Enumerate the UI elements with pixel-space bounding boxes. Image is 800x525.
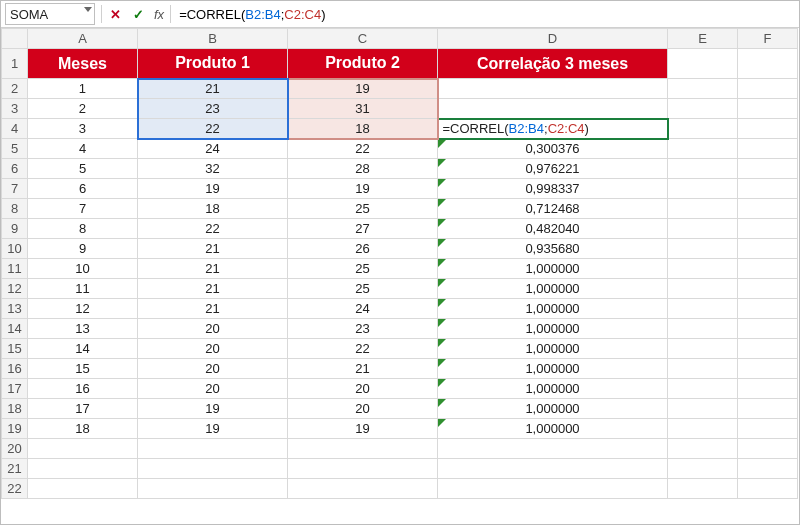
cell[interactable]: 21 bbox=[138, 79, 288, 99]
row-header[interactable]: 15 bbox=[2, 339, 28, 359]
cell[interactable] bbox=[668, 239, 738, 259]
cell[interactable]: 1,000000 bbox=[438, 259, 668, 279]
cell[interactable] bbox=[668, 319, 738, 339]
cell[interactable] bbox=[738, 299, 798, 319]
cell[interactable]: 8 bbox=[28, 219, 138, 239]
header-cell-D[interactable]: Correlação 3 meses bbox=[438, 49, 668, 79]
cell[interactable]: 0,712468 bbox=[438, 199, 668, 219]
cell[interactable] bbox=[288, 439, 438, 459]
cell[interactable] bbox=[738, 479, 798, 499]
row-header[interactable]: 6 bbox=[2, 159, 28, 179]
row-header[interactable]: 18 bbox=[2, 399, 28, 419]
row-header[interactable]: 16 bbox=[2, 359, 28, 379]
cell[interactable]: 4 bbox=[28, 139, 138, 159]
cell[interactable]: 0,482040 bbox=[438, 219, 668, 239]
cell[interactable] bbox=[668, 339, 738, 359]
cell[interactable]: 27 bbox=[288, 219, 438, 239]
cell[interactable]: 0,998337 bbox=[438, 179, 668, 199]
cell[interactable] bbox=[738, 399, 798, 419]
row-header[interactable]: 2 bbox=[2, 79, 28, 99]
row-header[interactable]: 19 bbox=[2, 419, 28, 439]
cell[interactable] bbox=[668, 139, 738, 159]
row-header[interactable]: 22 bbox=[2, 479, 28, 499]
row-header[interactable]: 14 bbox=[2, 319, 28, 339]
cell[interactable]: 20 bbox=[138, 359, 288, 379]
row-header[interactable]: 7 bbox=[2, 179, 28, 199]
cell[interactable]: 31 bbox=[288, 99, 438, 119]
cell[interactable] bbox=[738, 319, 798, 339]
cell[interactable] bbox=[738, 439, 798, 459]
cell[interactable] bbox=[438, 479, 668, 499]
col-header-B[interactable]: B bbox=[138, 29, 288, 49]
header-cell-C[interactable]: Produto 2 bbox=[288, 49, 438, 79]
cell[interactable] bbox=[738, 49, 798, 79]
col-header-F[interactable]: F bbox=[738, 29, 798, 49]
cell[interactable]: 20 bbox=[138, 319, 288, 339]
col-header-A[interactable]: A bbox=[28, 29, 138, 49]
cell[interactable] bbox=[668, 99, 738, 119]
cell[interactable]: 16 bbox=[28, 379, 138, 399]
cell[interactable]: 21 bbox=[138, 299, 288, 319]
cell[interactable]: 24 bbox=[288, 299, 438, 319]
cell[interactable] bbox=[288, 459, 438, 479]
cell[interactable]: 22 bbox=[288, 139, 438, 159]
cell[interactable]: 12 bbox=[28, 299, 138, 319]
row-header[interactable]: 8 bbox=[2, 199, 28, 219]
enter-icon[interactable]: ✓ bbox=[127, 7, 150, 22]
cell[interactable] bbox=[668, 359, 738, 379]
col-header-D[interactable]: D bbox=[438, 29, 668, 49]
chevron-down-icon[interactable] bbox=[84, 7, 92, 12]
cell[interactable]: 19 bbox=[288, 79, 438, 99]
cell[interactable]: 22 bbox=[138, 119, 288, 139]
cell[interactable]: 11 bbox=[28, 279, 138, 299]
cell[interactable] bbox=[668, 179, 738, 199]
cell[interactable]: 0,976221 bbox=[438, 159, 668, 179]
row-header[interactable]: 3 bbox=[2, 99, 28, 119]
col-header-C[interactable]: C bbox=[288, 29, 438, 49]
cell[interactable]: 0,300376 bbox=[438, 139, 668, 159]
cell[interactable]: 19 bbox=[288, 419, 438, 439]
cell[interactable]: 21 bbox=[138, 259, 288, 279]
cell[interactable] bbox=[738, 239, 798, 259]
cell[interactable]: 1,000000 bbox=[438, 299, 668, 319]
row-header[interactable]: 20 bbox=[2, 439, 28, 459]
cell[interactable] bbox=[438, 79, 668, 99]
cell[interactable]: 1 bbox=[28, 79, 138, 99]
cell[interactable]: =CORREL(B2:B4;C2:C4) bbox=[438, 119, 668, 139]
cell[interactable] bbox=[668, 479, 738, 499]
cell[interactable] bbox=[28, 479, 138, 499]
cell[interactable]: 5 bbox=[28, 159, 138, 179]
cell[interactable]: 25 bbox=[288, 199, 438, 219]
cell[interactable]: 1,000000 bbox=[438, 279, 668, 299]
cell[interactable]: 20 bbox=[138, 339, 288, 359]
cell[interactable] bbox=[438, 439, 668, 459]
cell[interactable] bbox=[668, 299, 738, 319]
formula-input[interactable]: =CORREL(B2:B4;C2:C4) bbox=[173, 7, 799, 22]
cell[interactable]: 19 bbox=[288, 179, 438, 199]
cell[interactable] bbox=[28, 439, 138, 459]
cell[interactable]: 18 bbox=[28, 419, 138, 439]
cell[interactable]: 25 bbox=[288, 259, 438, 279]
cell[interactable] bbox=[288, 479, 438, 499]
cell[interactable]: 0,935680 bbox=[438, 239, 668, 259]
cell[interactable]: 24 bbox=[138, 139, 288, 159]
cell[interactable]: 1,000000 bbox=[438, 399, 668, 419]
cell[interactable]: 22 bbox=[138, 219, 288, 239]
cell[interactable] bbox=[138, 439, 288, 459]
cell[interactable] bbox=[668, 159, 738, 179]
cell[interactable] bbox=[668, 459, 738, 479]
cancel-icon[interactable]: ✕ bbox=[104, 7, 127, 22]
cell[interactable]: 1,000000 bbox=[438, 419, 668, 439]
cell[interactable]: 21 bbox=[138, 279, 288, 299]
cell[interactable]: 7 bbox=[28, 199, 138, 219]
cell[interactable] bbox=[438, 99, 668, 119]
cell[interactable] bbox=[738, 179, 798, 199]
cell[interactable]: 23 bbox=[288, 319, 438, 339]
cell[interactable] bbox=[668, 79, 738, 99]
cell[interactable]: 1,000000 bbox=[438, 319, 668, 339]
cell[interactable]: 18 bbox=[138, 199, 288, 219]
cell[interactable] bbox=[668, 119, 738, 139]
cell[interactable] bbox=[438, 459, 668, 479]
cell[interactable] bbox=[668, 419, 738, 439]
cell[interactable] bbox=[738, 99, 798, 119]
